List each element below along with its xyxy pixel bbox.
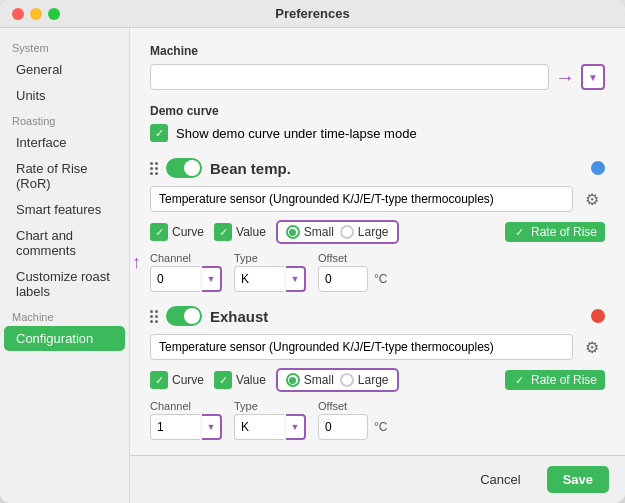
- exhaust-value-check[interactable]: ✓ Value: [214, 371, 266, 389]
- bean-offset-label: Offset: [318, 252, 387, 264]
- bean-offset-input-row: °C: [318, 266, 387, 292]
- bean-curve-label: Curve: [172, 225, 204, 239]
- bean-small-radio-circle: [286, 225, 300, 239]
- bean-temp-header: Bean temp.: [150, 158, 605, 178]
- preferences-window: Preferences System General Units Roastin…: [0, 0, 625, 503]
- exhaust-block: Exhaust Temperature sensor (Ungrounded K…: [150, 306, 605, 440]
- exhaust-options-row: ✓ Curve ✓ Value Small: [150, 368, 605, 392]
- bean-temp-options-row: ✓ Curve ✓ Value Small: [150, 220, 605, 244]
- bean-temp-toggle[interactable]: [166, 158, 202, 178]
- machine-input[interactable]: [150, 64, 549, 90]
- exhaust-small-radio[interactable]: Small: [286, 373, 334, 387]
- exhaust-offset-label: Offset: [318, 400, 387, 412]
- bean-offset-field: Offset °C: [318, 252, 387, 292]
- exhaust-drag-handle[interactable]: [150, 310, 158, 323]
- exhaust-channel-input[interactable]: [150, 414, 200, 440]
- bean-ror-checkbox-icon: ✓: [513, 225, 527, 239]
- bean-temp-gear-btn[interactable]: ⚙: [579, 186, 605, 212]
- exhaust-type-input[interactable]: [234, 414, 284, 440]
- bean-temp-sensor-row: Temperature sensor (Ungrounded K/J/E/T-t…: [150, 186, 605, 212]
- sidebar-item-units[interactable]: Units: [4, 83, 125, 108]
- bean-large-radio[interactable]: Large: [340, 225, 389, 239]
- bean-large-radio-circle: [340, 225, 354, 239]
- exhaust-channel-label: Channel: [150, 400, 222, 412]
- main-scroll-area[interactable]: Machine → ▼ Demo curve ✓ Show demo curve…: [130, 28, 625, 455]
- exhaust-toggle[interactable]: [166, 306, 202, 326]
- purple-up-arrow-icon: ↑: [132, 252, 141, 273]
- bean-offset-input[interactable]: [318, 266, 368, 292]
- sidebar-item-chart[interactable]: Chart and comments: [4, 223, 125, 263]
- machine-section-title: Machine: [150, 44, 605, 58]
- exhaust-header: Exhaust: [150, 306, 605, 326]
- save-button[interactable]: Save: [547, 466, 609, 493]
- exhaust-channel-type-row: Channel ▼ Type ▼: [150, 400, 605, 440]
- sidebar: System General Units Roasting Interface …: [0, 28, 130, 503]
- exhaust-value-checkbox-icon: ✓: [214, 371, 232, 389]
- exhaust-ror-badge[interactable]: ✓ Rate of Rise: [505, 370, 605, 390]
- exhaust-type-label: Type: [234, 400, 306, 412]
- exhaust-gear-btn[interactable]: ⚙: [579, 334, 605, 360]
- exhaust-large-radio[interactable]: Large: [340, 373, 389, 387]
- bean-channel-type-row: Channel ▼ Type ▼: [150, 252, 605, 292]
- exhaust-type-field: Type ▼: [234, 400, 306, 440]
- demo-curve-row: ✓ Show demo curve under time-lapse mode: [150, 124, 605, 142]
- demo-curve-title: Demo curve: [150, 104, 605, 118]
- exhaust-sensor-dropdown[interactable]: Temperature sensor (Ungrounded K/J/E/T-t…: [150, 334, 573, 360]
- exhaust-small-label: Small: [304, 373, 334, 387]
- exhaust-type-dropdown-btn[interactable]: ▼: [286, 414, 306, 440]
- close-button[interactable]: [12, 8, 24, 20]
- minimize-button[interactable]: [30, 8, 42, 20]
- exhaust-ror-checkbox-icon: ✓: [513, 373, 527, 387]
- traffic-lights: [12, 8, 60, 20]
- cancel-button[interactable]: Cancel: [464, 466, 536, 493]
- bean-channel-field: Channel ▼: [150, 252, 222, 292]
- bean-type-input[interactable]: [234, 266, 284, 292]
- bean-channel-dropdown-btn[interactable]: ▼: [202, 266, 222, 292]
- machine-arrow-icon: →: [555, 66, 575, 89]
- sidebar-item-customize[interactable]: Customize roast labels: [4, 264, 125, 304]
- exhaust-curve-check[interactable]: ✓ Curve: [150, 371, 204, 389]
- sidebar-item-ror[interactable]: Rate of Rise (RoR): [4, 156, 125, 196]
- sidebar-item-interface[interactable]: Interface: [4, 130, 125, 155]
- content-area: System General Units Roasting Interface …: [0, 28, 625, 503]
- bean-temp-block: Bean temp. Temperature sensor (Ungrounde…: [150, 158, 605, 292]
- bean-value-check[interactable]: ✓ Value: [214, 223, 266, 241]
- exhaust-type-input-row: ▼: [234, 414, 306, 440]
- bean-ror-badge[interactable]: ✓ Rate of Rise: [505, 222, 605, 242]
- exhaust-channel-input-row: ▼: [150, 414, 222, 440]
- machine-field: Machine → ▼: [150, 44, 605, 90]
- sidebar-item-general[interactable]: General: [4, 57, 125, 82]
- main-panel: Machine → ▼ Demo curve ✓ Show demo curve…: [130, 28, 625, 503]
- bean-temp-sensor-dropdown[interactable]: Temperature sensor (Ungrounded K/J/E/T-t…: [150, 186, 573, 212]
- demo-curve-field: Demo curve ✓ Show demo curve under time-…: [150, 104, 605, 142]
- machine-section-label: Machine: [0, 305, 129, 325]
- bean-drag-handle[interactable]: [150, 162, 158, 175]
- exhaust-offset-input[interactable]: [318, 414, 368, 440]
- bean-type-dropdown-btn[interactable]: ▼: [286, 266, 306, 292]
- bean-curve-check[interactable]: ✓ Curve: [150, 223, 204, 241]
- sidebar-item-configuration[interactable]: Configuration: [4, 326, 125, 351]
- exhaust-offset-input-row: °C: [318, 414, 387, 440]
- bean-small-radio[interactable]: Small: [286, 225, 334, 239]
- bean-large-label: Large: [358, 225, 389, 239]
- maximize-button[interactable]: [48, 8, 60, 20]
- exhaust-large-radio-circle: [340, 373, 354, 387]
- exhaust-value-label: Value: [236, 373, 266, 387]
- bean-value-checkbox-icon: ✓: [214, 223, 232, 241]
- demo-curve-checkbox[interactable]: ✓: [150, 124, 168, 142]
- bean-channel-input[interactable]: [150, 266, 200, 292]
- machine-dropdown-btn[interactable]: ▼: [581, 64, 605, 90]
- exhaust-curve-checkbox-icon: ✓: [150, 371, 168, 389]
- window-title: Preferences: [275, 6, 349, 21]
- bean-unit-label: °C: [374, 272, 387, 286]
- bean-temp-channel-section: ↑ Channel ▼ Type: [150, 252, 605, 292]
- exhaust-channel-dropdown-btn[interactable]: ▼: [202, 414, 222, 440]
- bean-value-label: Value: [236, 225, 266, 239]
- demo-curve-label: Show demo curve under time-lapse mode: [176, 126, 417, 141]
- bean-channel-input-row: ▼: [150, 266, 222, 292]
- exhaust-curve-label: Curve: [172, 373, 204, 387]
- sidebar-item-smart-features[interactable]: Smart features: [4, 197, 125, 222]
- footer: Cancel Save: [130, 455, 625, 503]
- machine-input-row: → ▼: [150, 64, 605, 90]
- system-section-label: System: [0, 36, 129, 56]
